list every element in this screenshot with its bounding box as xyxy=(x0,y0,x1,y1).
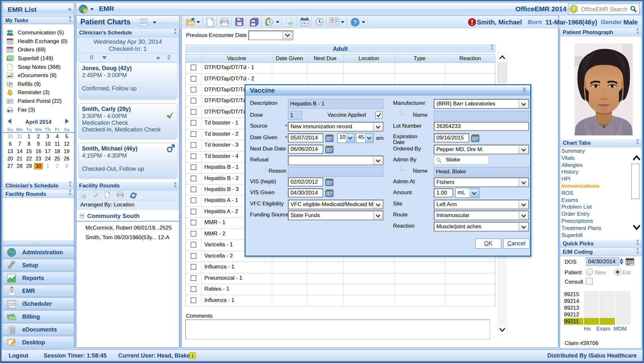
svg-text:?: ? xyxy=(353,19,357,25)
